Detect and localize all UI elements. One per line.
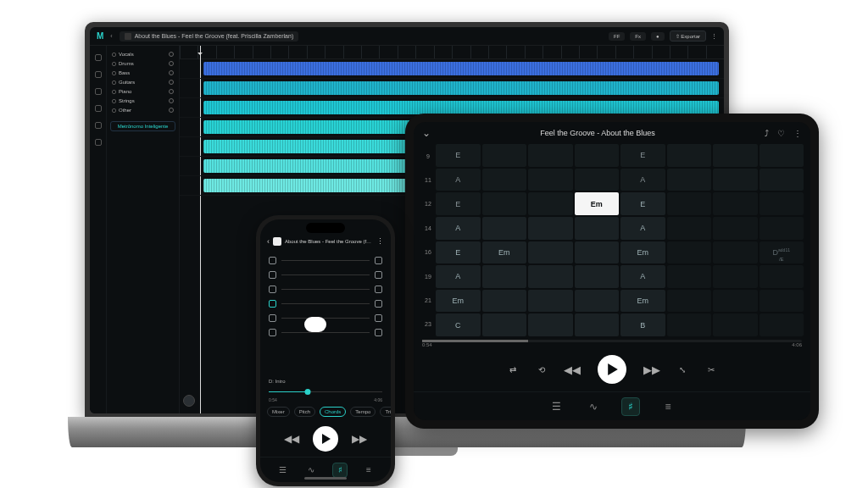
nav-icon-3[interactable] xyxy=(95,88,102,95)
chord-cell[interactable] xyxy=(667,192,712,215)
volume-knob[interactable] xyxy=(169,52,174,57)
other-icon[interactable] xyxy=(269,329,276,336)
chord-cell[interactable]: A xyxy=(620,265,665,288)
mixer-track[interactable] xyxy=(269,271,382,279)
nav-icon-5[interactable] xyxy=(95,122,102,129)
progress-thumb[interactable] xyxy=(304,389,310,395)
chord-cell[interactable]: A xyxy=(436,217,481,240)
chord-cell[interactable]: E xyxy=(436,192,481,215)
app-logo[interactable]: M xyxy=(97,31,103,41)
visibility-icon[interactable] xyxy=(112,53,116,57)
ruler-tick[interactable] xyxy=(398,46,415,58)
ruler-tick[interactable] xyxy=(270,46,288,58)
ruler-tick[interactable] xyxy=(652,46,670,58)
visibility-icon[interactable] xyxy=(112,90,116,94)
mode-pill-chords[interactable]: Chords xyxy=(320,407,346,417)
track-slider[interactable] xyxy=(281,260,370,261)
chord-cell[interactable] xyxy=(528,169,573,191)
view-tab-chords[interactable]: ♯ xyxy=(621,397,640,416)
ruler-tick[interactable] xyxy=(633,46,651,58)
chord-cell[interactable] xyxy=(760,217,804,240)
track-row[interactable]: Strings xyxy=(110,97,175,104)
nav-icon-1[interactable] xyxy=(95,54,102,61)
view-tab-lyrics[interactable]: ≡ xyxy=(659,397,677,416)
view-tab-chords[interactable]: ♯ xyxy=(332,463,348,478)
ruler-tick[interactable] xyxy=(180,46,198,58)
mute-icon[interactable] xyxy=(375,314,382,322)
home-indicator[interactable] xyxy=(304,477,347,480)
mute-icon[interactable] xyxy=(375,286,382,293)
ruler-tick[interactable] xyxy=(216,46,234,58)
chord-cell[interactable] xyxy=(713,313,758,336)
chord-cell[interactable]: B xyxy=(620,313,665,336)
ruler-tick[interactable] xyxy=(361,46,379,58)
rewind-button[interactable]: ◀◀ xyxy=(284,433,299,445)
chord-cell[interactable] xyxy=(482,169,527,191)
ruler-tick[interactable] xyxy=(307,46,325,58)
ruler-tick[interactable] xyxy=(706,46,724,58)
chord-cell[interactable]: A xyxy=(436,169,481,191)
visibility-icon[interactable] xyxy=(112,108,116,113)
chord-cell[interactable]: A xyxy=(620,169,665,191)
chord-cell[interactable]: Em xyxy=(575,192,620,215)
header-ff-button[interactable]: FF xyxy=(609,32,625,41)
waveform-lane[interactable] xyxy=(180,79,724,98)
chord-cell[interactable]: E xyxy=(436,241,481,264)
visibility-icon[interactable] xyxy=(112,62,116,66)
loop-icon[interactable]: ⤡ xyxy=(677,363,687,376)
more-icon[interactable]: ⋮ xyxy=(793,129,802,138)
view-tab-list[interactable]: ☰ xyxy=(547,397,565,416)
ruler-tick[interactable] xyxy=(253,46,270,58)
ruler-tick[interactable] xyxy=(579,46,597,58)
track-slider[interactable] xyxy=(281,303,370,304)
nav-icon-6[interactable] xyxy=(95,139,102,146)
chord-cell[interactable] xyxy=(482,265,527,288)
chord-cell[interactable] xyxy=(713,241,758,264)
chord-cell[interactable] xyxy=(760,313,804,336)
trim-icon[interactable]: ✂ xyxy=(706,363,716,376)
forward-button[interactable]: ▶▶ xyxy=(352,433,367,445)
nav-icon-4[interactable] xyxy=(95,105,102,112)
chord-cell[interactable] xyxy=(667,217,712,240)
track-row[interactable]: Vocals xyxy=(110,51,175,58)
view-tab-waveform[interactable]: ∿ xyxy=(584,397,603,416)
chord-cell[interactable] xyxy=(482,217,527,240)
waveform-clip[interactable] xyxy=(203,81,719,95)
section-repeat-icon[interactable]: ⟲ xyxy=(537,363,547,376)
metronome-toggle[interactable]: Metrônomo Inteligente xyxy=(110,121,175,131)
timeline-ruler[interactable] xyxy=(180,46,724,59)
ruler-tick[interactable] xyxy=(415,46,433,58)
song-title-pill[interactable]: About the Blues - Feel the Groove (feat.… xyxy=(120,31,299,42)
track-row[interactable]: Other xyxy=(110,107,175,114)
more-icon[interactable]: ⋮ xyxy=(376,237,384,246)
chord-cell[interactable] xyxy=(575,265,620,288)
chord-cell[interactable] xyxy=(760,144,804,167)
chord-cell[interactable] xyxy=(760,169,804,191)
chord-cell[interactable]: Em xyxy=(482,241,527,264)
ruler-tick[interactable] xyxy=(434,46,452,58)
chord-cell[interactable] xyxy=(482,290,527,313)
more-icon[interactable]: ⋮ xyxy=(711,33,717,40)
track-row[interactable]: Drums xyxy=(110,60,175,67)
mixer-track[interactable] xyxy=(269,286,382,293)
mixer-track[interactable] xyxy=(269,329,382,336)
chord-cell[interactable] xyxy=(667,241,712,264)
share-icon[interactable]: ⤴ xyxy=(765,129,769,138)
volume-knob[interactable] xyxy=(169,89,174,94)
chord-cell[interactable] xyxy=(713,169,758,191)
chord-cell[interactable] xyxy=(528,313,573,336)
user-avatar[interactable] xyxy=(183,395,195,407)
heart-icon[interactable]: ♡ xyxy=(777,129,785,138)
progress-bar[interactable] xyxy=(422,340,802,342)
track-row[interactable]: Piano xyxy=(110,88,175,95)
chord-cell[interactable]: C xyxy=(436,313,481,336)
ruler-tick[interactable] xyxy=(615,46,633,58)
ruler-tick[interactable] xyxy=(470,46,488,58)
chord-cell[interactable] xyxy=(528,192,573,215)
chord-cell[interactable] xyxy=(575,169,620,191)
chord-cell[interactable] xyxy=(667,169,712,191)
export-button[interactable]: ⇧ Exportar xyxy=(670,30,706,42)
mute-icon[interactable] xyxy=(375,300,382,308)
chord-cell[interactable]: A xyxy=(436,265,481,288)
shuffle-icon[interactable]: ⇄ xyxy=(508,363,518,376)
